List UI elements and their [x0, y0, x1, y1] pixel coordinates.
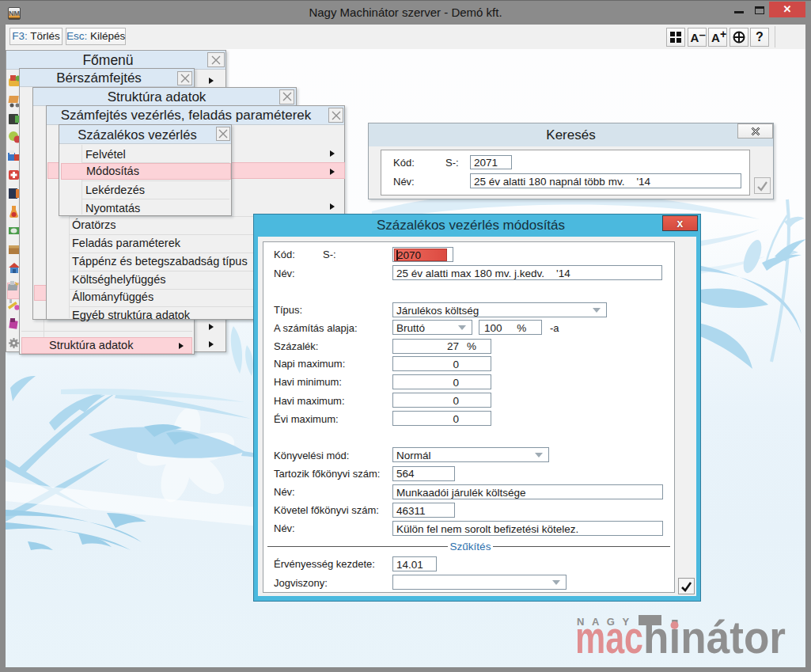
svg-text:hinátor: hinátor	[643, 611, 786, 663]
svg-text:mac: mac	[575, 611, 643, 663]
